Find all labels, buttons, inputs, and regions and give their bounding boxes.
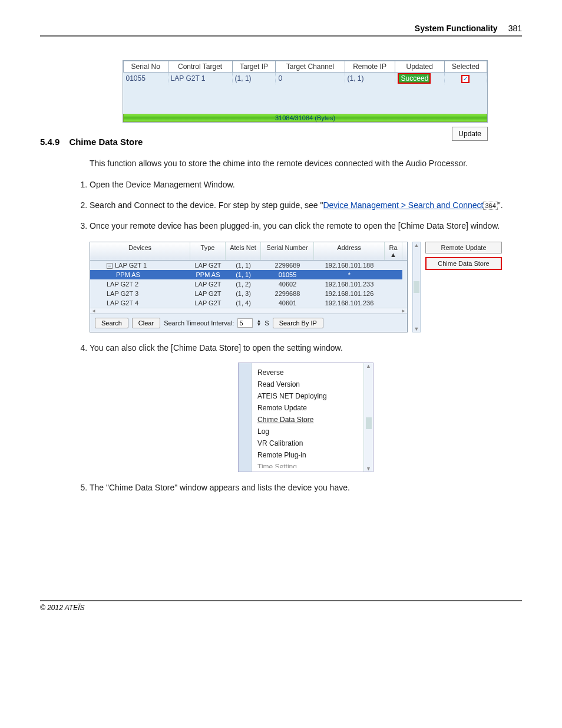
- col-control-target: Control Target: [168, 61, 232, 73]
- remote-update-button[interactable]: Remote Update: [425, 242, 502, 253]
- step-5: The "Chime Data Store" window appears an…: [90, 482, 522, 494]
- scroll-up-icon: ▲: [366, 363, 371, 369]
- progress-bar: 31084/31084 (Bytes): [123, 114, 487, 122]
- device-table-header: Devices Type Ateis Net Serial Number Add…: [90, 242, 407, 261]
- device-table: Devices Type Ateis Net Serial Number Add…: [90, 242, 408, 332]
- page-footer: © 2012 ATEÏS: [40, 600, 522, 612]
- col-remote-ip: Remote IP: [345, 61, 395, 73]
- col-serial: Serial No: [124, 61, 168, 73]
- step-2: Search and Connect to the device. For st…: [90, 199, 522, 212]
- cell-target-ip: (1, 1): [232, 73, 276, 85]
- update-status-table: Serial No Control Target Target IP Targe…: [123, 60, 488, 123]
- section-heading: 5.4.9 Chime Data Store: [40, 137, 522, 147]
- seconds-label: S: [265, 319, 269, 327]
- menu-item-remote-update[interactable]: Remote Update: [257, 402, 358, 414]
- step-4: You can also click the [Chime Data Store…: [90, 342, 522, 354]
- device-mgmt-window: Devices Type Ateis Net Serial Number Add…: [90, 242, 522, 332]
- device-name: −LAP G2T 1: [90, 261, 190, 270]
- context-menu: Reverse Read Version ATEIS NET Deploying…: [238, 363, 373, 472]
- device-name: LAP G2T 4: [90, 298, 190, 308]
- scroll-down-icon: ▼: [414, 326, 419, 332]
- intro-text: This function allows you to store the ch…: [90, 157, 522, 169]
- menu-item-ateis-deploy[interactable]: ATEIS NET Deploying: [257, 390, 358, 402]
- device-row[interactable]: −LAP G2T 1 LAP G2T(1, 1)2299689192.168.1…: [90, 261, 407, 270]
- step-3: Once your remote device has been plugged…: [90, 220, 522, 232]
- device-row[interactable]: LAP G2T 4 LAP G2T(1, 4)40601192.168.101.…: [90, 298, 407, 308]
- col-selected: Selected: [444, 61, 487, 73]
- cell-selected: ✓: [444, 73, 487, 85]
- update-button[interactable]: Update: [452, 127, 488, 141]
- horizontal-scrollbar[interactable]: [90, 308, 407, 314]
- steps-list: Open the Device Management Window. Searc…: [90, 179, 522, 494]
- vertical-scrollbar[interactable]: ▲▼: [412, 242, 421, 332]
- step-1: Open the Device Management Window.: [90, 179, 522, 191]
- side-panel: Remote Update Chime Data Store: [425, 242, 502, 332]
- dm-col-devices: Devices: [90, 242, 190, 260]
- device-table-footer: Search Clear Search Timeout Interval: ▲▼…: [90, 314, 407, 332]
- col-updated: Updated: [395, 61, 444, 73]
- menu-scrollbar[interactable]: ▲▼: [363, 363, 373, 472]
- cell-updated: Succeed: [395, 73, 444, 85]
- dm-col-address: Address: [314, 242, 385, 260]
- scroll-down-icon: ▼: [366, 466, 371, 472]
- sort-asc-icon: ▲: [390, 251, 396, 258]
- device-mgmt-link[interactable]: Device Management > Search and Connect: [323, 200, 483, 210]
- menu-item-chime-data-store[interactable]: Chime Data Store: [257, 414, 358, 426]
- cell-control-target: LAP G2T 1: [168, 73, 232, 85]
- menu-list: Reverse Read Version ATEIS NET Deploying…: [252, 363, 363, 472]
- dm-col-type: Type: [190, 242, 226, 260]
- menu-item-reverse[interactable]: Reverse: [257, 367, 358, 378]
- section-title: Chime Data Store: [69, 137, 143, 147]
- progress-text: 31084/31084 (Bytes): [275, 114, 335, 121]
- search-by-ip-button[interactable]: Search By IP: [273, 318, 323, 328]
- selected-checkbox[interactable]: ✓: [461, 75, 470, 83]
- col-target-ip: Target IP: [232, 61, 276, 73]
- cell-target-channel: 0: [276, 73, 345, 85]
- header-title: System Functionality: [415, 24, 498, 33]
- menu-item-remote-plugin[interactable]: Remote Plug-in: [257, 449, 358, 461]
- page-header: System Functionality 381: [40, 24, 522, 37]
- dm-col-serial: Serial Number: [261, 242, 314, 260]
- cell-serial: 01055: [124, 73, 168, 85]
- menu-item-read-version[interactable]: Read Version: [257, 378, 358, 390]
- table-row[interactable]: 01055 LAP G2T 1 (1, 1) 0 (1, 1) Succeed …: [124, 73, 487, 85]
- device-name: LAP G2T 3: [90, 289, 190, 298]
- page-number: 381: [508, 24, 522, 33]
- device-row[interactable]: LAP G2T 3 LAP G2T(1, 3)2299688192.168.10…: [90, 289, 407, 298]
- chime-data-store-button[interactable]: Chime Data Store: [425, 257, 502, 270]
- device-row[interactable]: LAP G2T 2 LAP G2T(1, 2)40602192.168.101.…: [90, 279, 407, 289]
- page-ref: 364: [483, 202, 497, 210]
- col-target-channel: Target Channel: [276, 61, 345, 73]
- dm-col-ra[interactable]: Ra ▲: [385, 242, 402, 260]
- menu-gutter: [239, 363, 252, 472]
- device-name: LAP G2T 2: [90, 279, 190, 289]
- section-number: 5.4.9: [40, 137, 59, 147]
- menu-item-time-setting[interactable]: Time Setting: [257, 461, 358, 468]
- dm-col-ateis: Ateis Net: [226, 242, 261, 260]
- menu-item-log[interactable]: Log: [257, 426, 358, 437]
- tree-collapse-icon[interactable]: −: [107, 263, 113, 269]
- menu-item-vr-calibration[interactable]: VR Calibration: [257, 437, 358, 449]
- table-header-row: Serial No Control Target Target IP Targe…: [124, 61, 487, 73]
- timeout-input[interactable]: [237, 318, 253, 328]
- clear-button[interactable]: Clear: [132, 318, 160, 328]
- device-row-selected[interactable]: PPM AS PPM AS(1, 1)01055*: [90, 270, 407, 279]
- search-button[interactable]: Search: [95, 318, 128, 328]
- timeout-label: Search Timeout Interval:: [164, 319, 234, 327]
- scroll-up-icon: ▲: [414, 242, 419, 248]
- cell-remote-ip: (1, 1): [345, 73, 395, 85]
- status-badge: Succeed: [398, 73, 431, 84]
- device-name: PPM AS: [90, 270, 190, 279]
- spinner-icon[interactable]: ▲▼: [256, 319, 261, 327]
